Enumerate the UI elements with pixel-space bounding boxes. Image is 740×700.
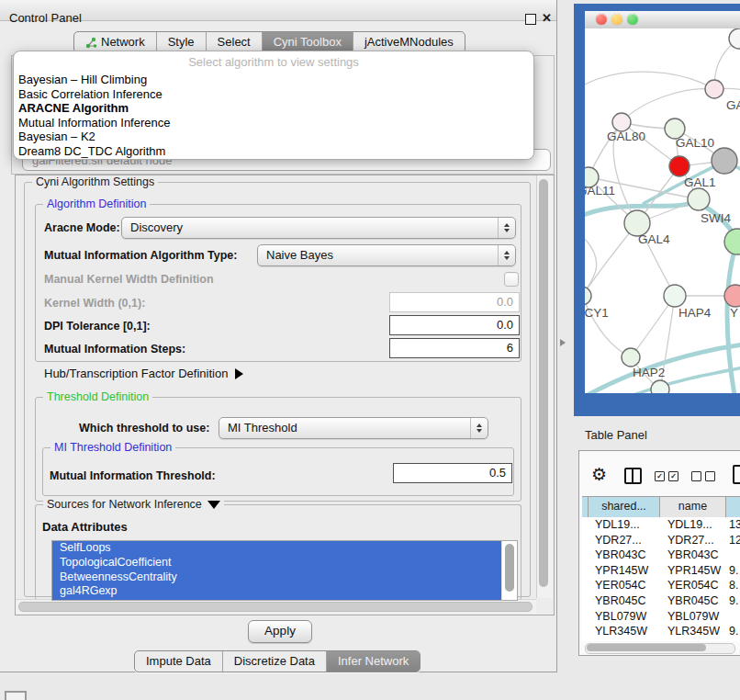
table-cell: 8. (726, 578, 740, 593)
table-row[interactable]: YBR045CYBR045C9. (582, 593, 740, 609)
table-panel-title: Table Panel (585, 428, 647, 442)
node-label: GCY1 (585, 306, 609, 320)
data-attributes-list[interactable]: SelfLoopsTopologicalCoefficientBetweenne… (51, 540, 518, 601)
network-node[interactable] (622, 348, 640, 367)
network-node[interactable] (712, 148, 737, 174)
data-attribute-item[interactable]: TopologicalCoefficient (52, 556, 502, 570)
tab-impute-data[interactable]: Impute Data (135, 651, 222, 672)
table-row[interactable]: YBR043CYBR043C (582, 548, 740, 563)
algorithm-option[interactable]: ARACNE Algorithm (18, 101, 529, 116)
minimized-panel-icon[interactable] (5, 691, 27, 700)
algorithm-option[interactable]: Bayesian – Hill Climbing (18, 73, 529, 87)
tab-discretize-data[interactable]: Discretize Data (222, 651, 326, 672)
network-edge[interactable] (622, 89, 714, 122)
network-node[interactable] (669, 156, 690, 176)
list-scrollbar-thumb[interactable] (505, 544, 514, 592)
tab-style[interactable]: Style (156, 32, 206, 52)
algorithm-option[interactable]: Dream8 DC_TDC Algorithm (18, 144, 529, 159)
application-root: Control Panel ✕ Network Style Select Cyn… (0, 0, 740, 700)
mi-steps-field[interactable]: 6 (389, 338, 520, 358)
list-scrollbar[interactable] (501, 541, 517, 600)
deselect-all-icon[interactable] (691, 471, 701, 481)
close-panel-icon[interactable]: ✕ (542, 11, 552, 25)
aracne-mode-combo[interactable]: Discovery (121, 217, 516, 239)
horizontal-scrollbar-thumb[interactable] (18, 602, 533, 612)
dpi-tolerance-field[interactable]: 0.0 (389, 315, 520, 335)
network-node[interactable] (651, 380, 669, 393)
columns-icon[interactable] (624, 468, 642, 484)
which-threshold-combo[interactable]: MI Threshold (219, 417, 488, 439)
select-all-icon[interactable]: ✓ (668, 471, 678, 481)
combo-spinner-icon (498, 218, 515, 238)
select-all-icon[interactable]: ✓ (655, 471, 665, 481)
traffic-light-minimize-icon[interactable] (611, 14, 622, 25)
table-row[interactable]: YDL19...YDL19...13 (582, 517, 740, 533)
network-node[interactable] (585, 287, 591, 305)
gear-icon[interactable]: ⚙ (591, 464, 607, 485)
column-header[interactable] (726, 497, 740, 517)
column-header[interactable] (582, 497, 589, 517)
mi-threshold-label: Mutual Information Threshold: (50, 469, 216, 482)
manual-kernel-checkbox[interactable] (504, 272, 519, 287)
algorithm-option[interactable]: Bayesian – K2 (18, 130, 529, 144)
traffic-light-close-icon[interactable] (596, 14, 607, 25)
table-row[interactable]: YDR27...YDR27...12 (582, 533, 740, 548)
table-row[interactable]: YBL079WYBL079W (582, 609, 740, 625)
network-node[interactable] (664, 285, 686, 307)
table-cell: YLR345W (582, 624, 660, 639)
node-label: GAL10 (676, 136, 714, 150)
mi-algorithm-type-combo[interactable]: Naive Bayes (257, 244, 516, 266)
tab-label: Cyni Toolbox (274, 32, 342, 52)
network-node[interactable] (724, 285, 740, 307)
table-horizontal-scrollbar-thumb[interactable] (587, 644, 706, 651)
network-node[interactable] (724, 229, 740, 254)
network-tab-icon (85, 37, 97, 49)
algorithm-dropdown-popup: Select algorithm to view settings Bayesi… (13, 51, 534, 160)
network-canvas[interactable]: GALGAL80GAL10GAL1GAL11SWI4GAL4GCY1HAP4YH… (585, 28, 740, 393)
vertical-scrollbar-thumb[interactable] (539, 179, 548, 587)
table-cell: YBL079W (582, 609, 660, 625)
data-attribute-item[interactable]: BetweennessCentrality (52, 570, 502, 585)
data-attribute-item[interactable]: SelfLoops (52, 541, 502, 556)
column-header[interactable]: name (660, 497, 726, 517)
apply-button[interactable]: Apply (248, 620, 312, 643)
column-header[interactable]: shared... (589, 497, 660, 517)
table-cell: 12 (726, 533, 740, 548)
panel-title: Control Panel (9, 11, 82, 25)
network-node[interactable] (705, 80, 723, 98)
table-row[interactable]: YER054CYER054C8. (582, 578, 740, 593)
tab-cyni-toolbox[interactable]: Cyni Toolbox (262, 32, 353, 52)
group-title: Algorithm Definition (43, 198, 150, 210)
tab-select[interactable]: Select (206, 32, 262, 52)
table-row[interactable]: YPR145WYPR145W9. (582, 563, 740, 579)
algorithm-option[interactable]: Mutual Information Inference (18, 116, 529, 130)
group-title: Cyni Algorithm Settings (32, 175, 158, 188)
node-label: GAL80 (607, 130, 645, 143)
deselect-all-icon[interactable] (705, 471, 715, 481)
kernel-width-field[interactable]: 0.0 (389, 292, 520, 312)
network-node[interactable] (688, 188, 710, 210)
file-icon[interactable] (733, 465, 740, 484)
traffic-light-zoom-icon[interactable] (627, 14, 638, 25)
hub-section-toggle[interactable]: Hub/Transcription Factor Definition (44, 367, 243, 380)
table-row[interactable]: YIL052CYIL052C9 (582, 639, 740, 641)
network-edge[interactable] (585, 72, 714, 89)
network-node[interactable] (612, 113, 631, 131)
float-panel-icon[interactable] (525, 14, 536, 25)
node-label: SWI4 (701, 211, 731, 225)
algorithm-option[interactable]: Basic Correlation Inference (18, 87, 529, 102)
sources-group-title[interactable]: Sources for Network Inference (43, 498, 224, 511)
table-row[interactable]: YLR345WYLR345W9. (582, 624, 740, 639)
control-panel-titlebar[interactable] (0, 0, 556, 21)
mi-threshold-field[interactable]: 0.5 (393, 463, 512, 483)
tab-jactivemnodules[interactable]: jActiveMNodules (353, 32, 465, 52)
table-cell: YIL052C (660, 639, 726, 641)
data-attribute-item[interactable]: gal4RGexp (52, 584, 502, 599)
splitter-collapse-icon[interactable] (560, 339, 566, 346)
mi-steps-label: Mutual Information Steps: (44, 343, 185, 356)
tab-network[interactable]: Network (74, 32, 156, 52)
combo-value: Naive Bayes (266, 248, 333, 262)
table-cell: YLR345W (660, 624, 726, 639)
tab-infer-network[interactable]: Infer Network (326, 651, 420, 672)
network-window-titlebar[interactable] (585, 11, 740, 29)
